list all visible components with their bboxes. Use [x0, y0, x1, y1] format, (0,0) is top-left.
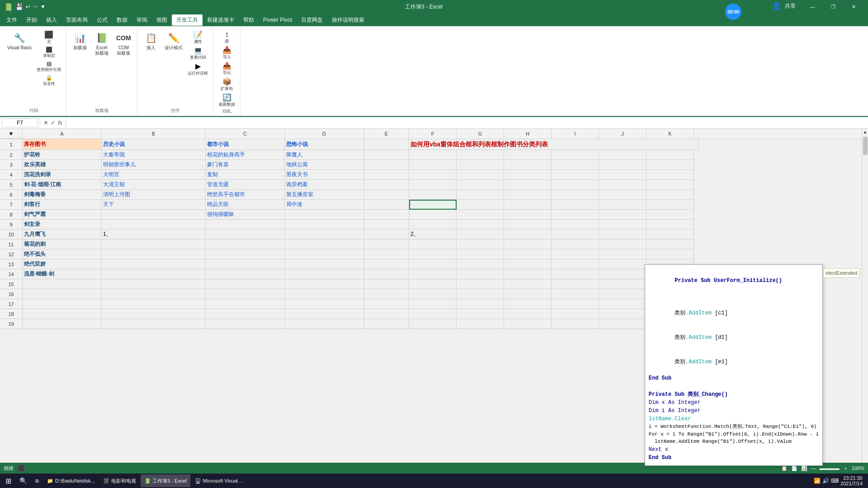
cell-a9[interactable]: 剑玄录: [23, 220, 102, 230]
cell-e1[interactable]: [364, 139, 409, 150]
cell-i12[interactable]: [552, 249, 599, 259]
cell-b3[interactable]: 明朝那些事儿: [102, 160, 206, 170]
cell-h2[interactable]: [504, 150, 552, 160]
corner-cell[interactable]: ▼: [0, 129, 23, 139]
vertical-scrollbar[interactable]: ▲ ▼: [862, 129, 868, 477]
cell-c6[interactable]: 绝世高手在都市: [206, 190, 285, 200]
cell-d4[interactable]: 黑夜天书: [285, 170, 364, 180]
view-code-btn[interactable]: 💻 查看代码: [186, 46, 209, 61]
row-header-10[interactable]: 10: [0, 230, 23, 239]
macro-btn[interactable]: ⬛ 宏: [35, 30, 62, 45]
cell-b8[interactable]: [102, 210, 206, 220]
run-dialog-btn[interactable]: ▶ 运行对话框: [186, 61, 209, 77]
user-icon[interactable]: 👤: [772, 2, 781, 10]
taskbar-item-excel[interactable]: 📗 工作簿3 - Excel: [141, 474, 190, 487]
col-header-h[interactable]: H: [504, 129, 552, 139]
share-btn[interactable]: 共享: [785, 2, 796, 10]
cell-i5[interactable]: [552, 180, 599, 190]
cell-f9[interactable]: [409, 220, 457, 230]
row-header-8[interactable]: 8: [0, 210, 23, 220]
cell-i8[interactable]: [552, 210, 599, 220]
cell-b1[interactable]: 历史小说: [102, 139, 206, 150]
menu-search[interactable]: 操作说明搜索: [327, 14, 369, 26]
cell-e11[interactable]: [364, 239, 409, 249]
cell-d13[interactable]: [285, 259, 364, 269]
visual-basic-btn[interactable]: 🔧 Visual Basic: [5, 30, 33, 52]
cell-b11[interactable]: [102, 239, 206, 249]
cell-h15[interactable]: [504, 279, 552, 289]
cell-h9[interactable]: [504, 220, 552, 230]
cell-k2[interactable]: [646, 150, 694, 160]
cell-c2[interactable]: 校花的贴身高手: [206, 150, 285, 160]
cell-j11[interactable]: [599, 239, 646, 249]
cell-f3[interactable]: [409, 160, 457, 170]
minimize-btn[interactable]: —: [802, 0, 823, 14]
cell-i10[interactable]: [552, 230, 599, 239]
cell-e5[interactable]: [364, 180, 409, 190]
cell-a3[interactable]: 欢乐英雄: [23, 160, 102, 170]
cell-c14[interactable]: [206, 269, 285, 279]
cell-f13[interactable]: [409, 259, 457, 269]
design-mode-btn[interactable]: ✏️ 设计模式: [163, 30, 184, 52]
cell-f10[interactable]: 2、: [409, 230, 457, 239]
cell-e13[interactable]: [364, 259, 409, 269]
cell-b9[interactable]: [102, 220, 206, 230]
view-normal-btn[interactable]: 📋: [781, 465, 788, 471]
row-header-1[interactable]: 1: [0, 139, 23, 150]
cell-d2[interactable]: 驱魔人: [285, 150, 364, 160]
cell-g10[interactable]: [457, 230, 504, 239]
cell-g14[interactable]: [457, 269, 504, 279]
cell-b2[interactable]: 大秦帝国: [102, 150, 206, 160]
cell-f6[interactable]: [409, 190, 457, 200]
menu-home[interactable]: 开始: [22, 14, 42, 26]
cell-h14[interactable]: [504, 269, 552, 279]
cell-e4[interactable]: [364, 170, 409, 180]
cell-k9[interactable]: [646, 220, 694, 230]
cell-b4[interactable]: 大明宫: [102, 170, 206, 180]
cell-e9[interactable]: [364, 220, 409, 230]
zoom-out-btn[interactable]: —: [811, 465, 816, 471]
cell-j14[interactable]: [599, 269, 646, 279]
col-header-i[interactable]: I: [552, 129, 599, 139]
cell-g6[interactable]: [457, 190, 504, 200]
row-header-7[interactable]: 7: [0, 200, 23, 210]
cell-c12[interactable]: [206, 249, 285, 259]
cell-g5[interactable]: [457, 180, 504, 190]
cell-j6[interactable]: [599, 190, 646, 200]
cell-e8[interactable]: [364, 210, 409, 220]
addins-btn[interactable]: 📊 加载项: [70, 30, 90, 52]
cell-a11[interactable]: 菊花的刺: [23, 239, 102, 249]
properties-btn[interactable]: 📝 属性: [186, 30, 209, 45]
cell-h12[interactable]: [504, 249, 552, 259]
cell-i6[interactable]: [552, 190, 599, 200]
row-header-12[interactable]: 12: [0, 249, 23, 259]
cell-d5[interactable]: 诡异档案: [285, 180, 364, 190]
cell-e15[interactable]: [364, 279, 409, 289]
cell-f5[interactable]: [409, 180, 457, 190]
menu-developer[interactable]: 开发工具: [172, 14, 203, 26]
row-header-5[interactable]: 5: [0, 180, 23, 190]
cell-k10[interactable]: [646, 230, 694, 239]
cell-h11[interactable]: [504, 239, 552, 249]
col-header-c[interactable]: C: [206, 129, 285, 139]
com-addins-btn[interactable]: COM COM加载项: [113, 30, 133, 57]
cell-f12[interactable]: [409, 249, 457, 259]
row-header-19[interactable]: 19: [0, 319, 23, 329]
cell-e3[interactable]: [364, 160, 409, 170]
xml-expand-btn[interactable]: 📦 扩展包: [217, 77, 236, 92]
xml-source-btn[interactable]: ↕ 源: [217, 30, 236, 45]
cell-b5[interactable]: 大清王朝: [102, 180, 206, 190]
cell-g12[interactable]: [457, 249, 504, 259]
cell-g3[interactable]: [457, 160, 504, 170]
close-btn[interactable]: ✕: [844, 0, 864, 14]
cell-j15[interactable]: [599, 279, 646, 289]
cell-k8[interactable]: [646, 210, 694, 220]
cell-g11[interactable]: [457, 239, 504, 249]
col-header-k[interactable]: K: [646, 129, 694, 139]
cell-f15[interactable]: [409, 279, 457, 289]
menu-help[interactable]: 帮助: [239, 14, 259, 26]
cell-f14[interactable]: [409, 269, 457, 279]
menu-review[interactable]: 审阅: [132, 14, 152, 26]
cell-b13[interactable]: [102, 259, 206, 269]
cell-a8[interactable]: 剑气严霜: [23, 210, 102, 220]
